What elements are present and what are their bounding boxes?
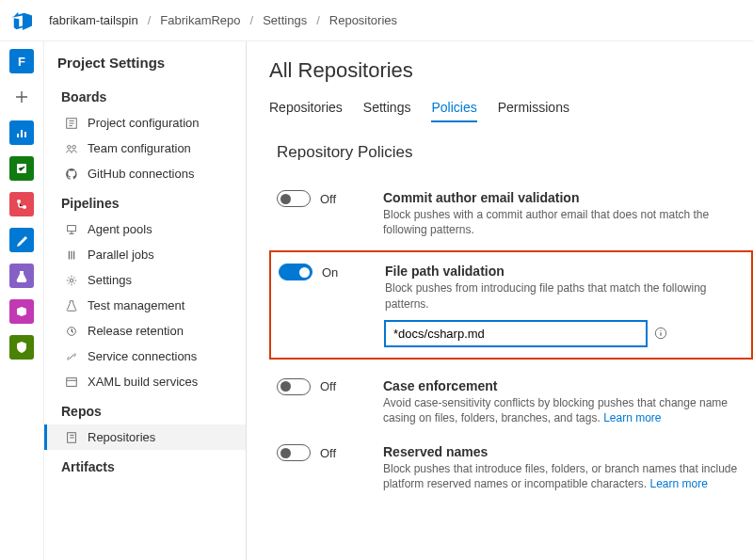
breadcrumb: fabrikam-tailspin/ FabrikamRepo/ Setting… — [49, 13, 397, 27]
breadcrumb-seg-3[interactable]: Repositories — [329, 13, 397, 27]
svg-point-4 — [68, 145, 72, 149]
svg-point-1 — [17, 200, 21, 203]
toggle-label: Off — [320, 379, 336, 393]
group-boards: Boards — [44, 80, 246, 110]
nav-agent-pools[interactable]: Agent pools — [44, 216, 246, 242]
policy-name: Commit author email validation — [383, 190, 738, 205]
nav-project-configuration[interactable]: Project configuration — [44, 110, 246, 136]
nav-team-configuration[interactable]: Team configuration — [44, 136, 246, 161]
nav-github-connections[interactable]: GitHub connections — [44, 161, 246, 186]
tab-permissions[interactable]: Permissions — [498, 100, 569, 122]
tab-repositories[interactable]: Repositories — [269, 100, 343, 122]
breadcrumb-seg-0[interactable]: fabrikam-tailspin — [49, 13, 138, 27]
breadcrumb-seg-2[interactable]: Settings — [263, 13, 307, 27]
breadcrumb-seg-1[interactable]: FabrikamRepo — [160, 13, 240, 27]
nav-xaml-build[interactable]: XAML build services — [44, 369, 246, 394]
panel-title: Repository Policies — [277, 143, 753, 162]
testplans-icon[interactable] — [9, 264, 34, 288]
shield-icon[interactable] — [9, 335, 34, 360]
policy-desc: Avoid case-sensitivity conflicts by bloc… — [383, 395, 738, 425]
pipelines-icon[interactable] — [9, 228, 34, 252]
nav-parallel-jobs[interactable]: Parallel jobs — [44, 242, 246, 267]
group-artifacts: Artifacts — [44, 450, 246, 480]
add-icon[interactable] — [9, 85, 34, 109]
toggle-label: Off — [320, 446, 336, 460]
sidebar-title: Project Settings — [44, 55, 246, 80]
policy-name: File path validation — [385, 264, 736, 279]
policy-desc: Block pushes from introducing file paths… — [385, 280, 736, 311]
topbar: fabrikam-tailspin/ FabrikamRepo/ Setting… — [0, 0, 753, 41]
policy-desc: Block pushes that introduce files, folde… — [383, 461, 738, 491]
boards-icon[interactable] — [9, 156, 34, 181]
svg-point-5 — [72, 145, 76, 149]
info-icon[interactable] — [654, 327, 667, 340]
policy-name: Case enforcement — [383, 378, 738, 393]
policy-name: Reserved names — [383, 444, 738, 459]
dashboards-icon[interactable] — [9, 120, 34, 145]
group-repos: Repos — [44, 394, 246, 424]
page-heading: All Repositories — [269, 58, 753, 83]
artifacts-icon[interactable] — [9, 299, 34, 324]
policy-commit-email: Off Commit author email validation Block… — [269, 181, 753, 247]
toggle-commit-email[interactable] — [277, 190, 311, 207]
toggle-reserved-names[interactable] — [277, 444, 311, 461]
svg-point-2 — [23, 205, 26, 209]
nav-service-connections[interactable]: Service connections — [44, 344, 246, 369]
highlight-box: On File path validation Block pushes fro… — [269, 250, 753, 359]
svg-rect-6 — [68, 225, 76, 231]
file-path-input[interactable] — [385, 321, 647, 346]
toggle-case-enforcement[interactable] — [277, 378, 311, 395]
nav-release-retention[interactable]: Release retention — [44, 318, 246, 344]
policy-file-path: On File path validation Block pushes fro… — [271, 254, 751, 355]
policy-desc: Block pushes with a commit author email … — [383, 207, 738, 237]
tab-settings[interactable]: Settings — [363, 100, 411, 122]
toggle-label: On — [322, 265, 338, 280]
policy-reserved-names: Off Reserved names Block pushes that int… — [269, 435, 753, 501]
learn-more-link[interactable]: Learn more — [603, 411, 661, 424]
project-tile-icon[interactable]: F — [9, 49, 34, 73]
sidebar: Project Settings Boards Project configur… — [44, 41, 247, 560]
learn-more-link[interactable]: Learn more — [649, 477, 707, 490]
azure-devops-logo-icon — [11, 10, 32, 31]
repos-icon[interactable] — [9, 192, 34, 216]
group-pipelines: Pipelines — [44, 186, 246, 216]
tabs: Repositories Settings Policies Permissio… — [269, 100, 753, 122]
svg-point-7 — [70, 279, 73, 282]
nav-rail: F — [0, 41, 44, 560]
nav-test-management[interactable]: Test management — [44, 293, 246, 318]
nav-repositories[interactable]: Repositories — [44, 424, 246, 450]
policy-case-enforcement: Off Case enforcement Avoid case-sensitiv… — [269, 369, 753, 435]
tab-policies[interactable]: Policies — [431, 100, 476, 122]
nav-settings[interactable]: Settings — [44, 267, 246, 293]
svg-rect-9 — [67, 377, 77, 386]
toggle-label: Off — [320, 192, 336, 206]
toggle-file-path[interactable] — [279, 264, 312, 280]
main-content: All Repositories Repositories Settings P… — [247, 41, 753, 560]
